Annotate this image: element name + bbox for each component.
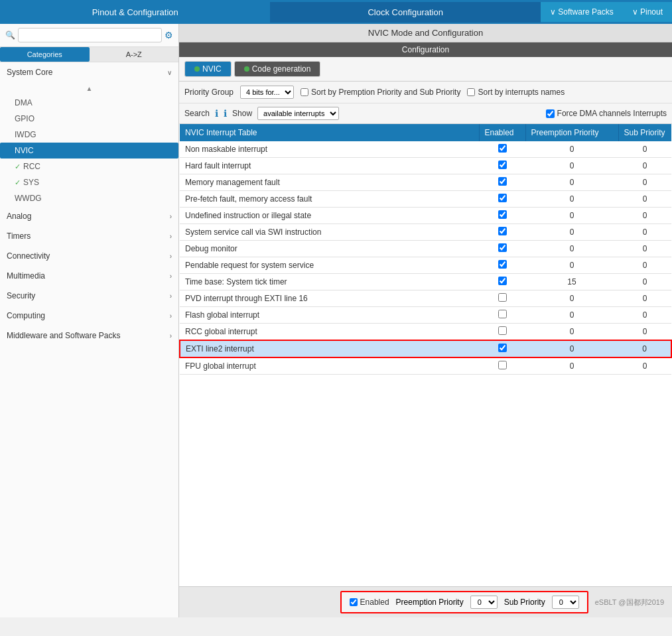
col-interrupt-name: NVIC Interrupt Table [180, 124, 479, 141]
table-row[interactable]: Flash global interrupt00 [180, 307, 671, 324]
enabled-checkbox[interactable] [498, 227, 507, 235]
rcc-label: RCC [23, 162, 40, 171]
bottom-bar: Enabled Preemption Priority 0 Sub Priori… [179, 586, 672, 617]
enabled-checkbox[interactable] [498, 310, 507, 318]
sidebar-item-rcc[interactable]: ✓ RCC [0, 159, 178, 174]
sidebar-item-connectivity[interactable]: Connectivity › [0, 246, 178, 266]
interrupt-enabled[interactable] [479, 174, 525, 191]
bottom-enabled-checkbox[interactable] [350, 598, 358, 606]
sidebar-item-timers[interactable]: Timers › [0, 226, 178, 246]
table-row[interactable]: System service call via SWI instruction0… [180, 224, 671, 241]
sidebar-item-iwdg[interactable]: IWDG [0, 127, 178, 143]
search-info-icon[interactable]: ℹ [215, 108, 218, 119]
table-row[interactable]: FPU global interrupt00 [180, 357, 671, 375]
table-row[interactable]: RCC global interrupt00 [180, 324, 671, 341]
preemption-value: 0 [525, 141, 618, 158]
interrupt-enabled[interactable] [479, 224, 525, 241]
sidebar-item-multimedia[interactable]: Multimedia › [0, 266, 178, 286]
software-packs-btn[interactable]: ∨ Software Packs [541, 2, 623, 22]
bottom-bar-inner: Enabled Preemption Priority 0 Sub Priori… [340, 591, 588, 613]
enabled-checkbox[interactable] [498, 194, 507, 202]
col-subpriority: Sub Priority [618, 124, 671, 141]
enabled-checkbox[interactable] [498, 210, 507, 219]
enabled-checkbox[interactable] [498, 177, 507, 186]
interrupt-enabled[interactable] [479, 141, 525, 158]
sidebar-item-dma[interactable]: DMA [0, 95, 178, 111]
tab-clock[interactable]: Clock Configuration [270, 2, 540, 23]
sort-preemption-label: Sort by Premption Priority and Sub Prior… [301, 88, 460, 97]
sub-priority-select[interactable]: 0 [552, 596, 579, 609]
preemption-priority-select[interactable]: 0 [470, 596, 498, 609]
interrupt-name: FPU global interrupt [180, 357, 479, 375]
sub-priority-value: 0 [618, 324, 671, 341]
sidebar-item-analog[interactable]: Analog › [0, 206, 178, 226]
sidebar-item-security[interactable]: Security › [0, 286, 178, 306]
table-row[interactable]: PVD interrupt through EXTI line 1600 [180, 290, 671, 307]
search-input[interactable] [18, 28, 162, 42]
interrupt-name: Undefined instruction or illegal state [180, 208, 479, 224]
enabled-checkbox[interactable] [498, 326, 507, 335]
interrupt-name: Hard fault interrupt [180, 158, 479, 174]
show-select[interactable]: available interrupts [257, 107, 339, 120]
enabled-checkbox[interactable] [498, 277, 507, 285]
sidebar-item-computing[interactable]: Computing › [0, 306, 178, 326]
chevron-right-icon: › [170, 213, 172, 220]
col-preemption: Preemption Priority [525, 124, 618, 141]
interrupt-name: Pendable request for system service [180, 257, 479, 274]
enabled-checkbox[interactable] [498, 293, 507, 302]
interrupt-enabled[interactable] [479, 357, 525, 375]
interrupt-enabled[interactable] [479, 307, 525, 324]
interrupt-enabled[interactable] [479, 290, 525, 307]
enabled-checkbox[interactable] [498, 260, 507, 269]
interrupt-enabled[interactable] [479, 158, 525, 174]
interrupt-enabled[interactable] [479, 274, 525, 290]
enabled-checkbox[interactable] [498, 243, 507, 252]
table-row[interactable]: Debug monitor00 [180, 241, 671, 257]
pinout-btn[interactable]: ∨ Pinout [623, 2, 672, 22]
interrupt-enabled[interactable] [479, 208, 525, 224]
sidebar-item-sys[interactable]: ✓ SYS [0, 174, 178, 190]
interrupt-enabled[interactable] [479, 340, 525, 357]
preemption-value: 0 [525, 208, 618, 224]
sidebar-item-gpio[interactable]: GPIO [0, 111, 178, 127]
search-info-icon2[interactable]: ℹ [224, 108, 227, 119]
scroll-up-arrow[interactable]: ▲ [0, 82, 178, 95]
interrupt-enabled[interactable] [479, 257, 525, 274]
table-row[interactable]: Memory management fault00 [180, 174, 671, 191]
tab-pinout[interactable]: Pinout & Configuration [0, 2, 270, 23]
enabled-checkbox[interactable] [498, 344, 507, 352]
preemption-value: 0 [525, 290, 618, 307]
priority-group-select[interactable]: 4 bits for... [240, 86, 294, 99]
tab-categories[interactable]: Categories [0, 47, 90, 62]
table-row[interactable]: Pendable request for system service00 [180, 257, 671, 274]
tab-code-gen[interactable]: Code generation [234, 61, 321, 77]
sort-preemption-checkbox[interactable] [301, 88, 308, 96]
nvic-tabs: NVIC Code generation [179, 57, 672, 82]
table-row[interactable]: EXTI line2 interrupt00 [180, 340, 671, 357]
preemption-value: 0 [525, 224, 618, 241]
tab-nvic[interactable]: NVIC [184, 61, 232, 77]
sidebar-item-wwdg[interactable]: WWDG [0, 190, 178, 206]
sub-priority-value: 0 [618, 274, 671, 290]
sidebar-item-system-core[interactable]: System Core ∨ [0, 62, 178, 82]
sort-names-checkbox[interactable] [467, 88, 475, 96]
force-dma-checkbox[interactable] [546, 109, 555, 118]
table-row[interactable]: Hard fault interrupt00 [180, 158, 671, 174]
table-row[interactable]: Non maskable interrupt00 [180, 141, 671, 158]
sub-priority-value: 0 [618, 141, 671, 158]
table-row[interactable]: Undefined instruction or illegal state00 [180, 208, 671, 224]
sidebar-item-nvic[interactable]: NVIC [0, 143, 178, 159]
chevron-right-icon3: › [170, 253, 172, 260]
interrupt-enabled[interactable] [479, 241, 525, 257]
sidebar-item-middleware[interactable]: Middleware and Software Packs › [0, 326, 178, 346]
enabled-checkbox[interactable] [498, 160, 507, 169]
tab-az[interactable]: A->Z [90, 47, 179, 62]
table-row[interactable]: Time base: System tick timer150 [180, 274, 671, 290]
interrupt-enabled[interactable] [479, 191, 525, 208]
gear-icon[interactable]: ⚙ [165, 30, 173, 40]
enabled-checkbox[interactable] [498, 144, 507, 153]
enabled-checkbox[interactable] [498, 361, 507, 369]
table-row[interactable]: Pre-fetch fault, memory access fault00 [180, 191, 671, 208]
interrupt-enabled[interactable] [479, 324, 525, 341]
connectivity-label: Connectivity [7, 251, 50, 261]
